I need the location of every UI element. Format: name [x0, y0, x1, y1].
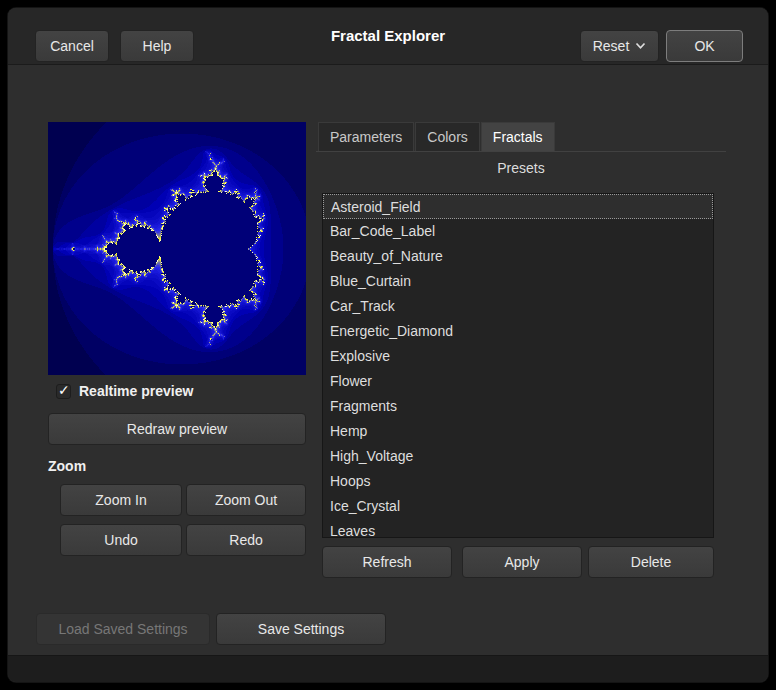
- zoom-out-button[interactable]: Zoom Out: [186, 484, 306, 516]
- preset-item[interactable]: Hemp: [323, 419, 713, 444]
- window-bottom-edge: [8, 655, 768, 682]
- zoom-in-button[interactable]: Zoom In: [60, 484, 182, 516]
- apply-button[interactable]: Apply: [462, 546, 582, 578]
- notebook-tabs: ParametersColorsFractals: [316, 122, 726, 152]
- preset-item[interactable]: Leaves: [323, 519, 713, 538]
- notebook-panel: ParametersColorsFractals Presets Asteroi…: [316, 122, 726, 582]
- realtime-preview-checkbox[interactable]: [56, 384, 71, 399]
- refresh-button[interactable]: Refresh: [322, 546, 452, 578]
- preview-section: Realtime preview Redraw preview Zoom Zoo…: [48, 122, 306, 375]
- preset-item[interactable]: Fragments: [323, 394, 713, 419]
- preset-item[interactable]: Bar_Code_Label: [323, 219, 713, 244]
- preset-item[interactable]: Car_Track: [323, 294, 713, 319]
- tab-fractals[interactable]: Fractals: [481, 122, 555, 151]
- cancel-button[interactable]: Cancel: [35, 30, 109, 62]
- realtime-preview-row: Realtime preview: [56, 383, 193, 399]
- preset-item[interactable]: Hoops: [323, 469, 713, 494]
- presets-list[interactable]: Asteroid_FieldBar_Code_LabelBeauty_of_Na…: [322, 193, 714, 538]
- redraw-preview-button[interactable]: Redraw preview: [48, 413, 306, 445]
- reset-label: Reset: [593, 38, 630, 54]
- delete-button[interactable]: Delete: [588, 546, 714, 578]
- reset-dropdown-button[interactable]: Reset: [580, 30, 659, 62]
- chevron-down-icon: [635, 42, 646, 50]
- realtime-preview-label: Realtime preview: [79, 383, 193, 399]
- titlebar: Cancel Help Fractal Explorer Reset OK: [8, 8, 768, 65]
- fractal-preview-canvas[interactable]: [48, 122, 306, 375]
- save-settings-button[interactable]: Save Settings: [216, 613, 386, 645]
- help-button[interactable]: Help: [120, 30, 194, 62]
- preset-item[interactable]: Flower: [323, 369, 713, 394]
- redo-button[interactable]: Redo: [186, 524, 306, 556]
- ok-button[interactable]: OK: [666, 30, 743, 62]
- preset-item[interactable]: Beauty_of_Nature: [323, 244, 713, 269]
- tab-colors[interactable]: Colors: [415, 122, 479, 151]
- preset-item[interactable]: Blue_Curtain: [323, 269, 713, 294]
- preset-item[interactable]: Asteroid_Field: [323, 194, 713, 219]
- fractal-explorer-dialog: Cancel Help Fractal Explorer Reset OK Re…: [8, 8, 768, 682]
- preset-item[interactable]: Explosive: [323, 344, 713, 369]
- preset-item[interactable]: Ice_Crystal: [323, 494, 713, 519]
- load-saved-settings-button[interactable]: Load Saved Settings: [36, 613, 210, 645]
- preset-item[interactable]: Energetic_Diamond: [323, 319, 713, 344]
- preset-item[interactable]: High_Voltage: [323, 444, 713, 469]
- zoom-section-label: Zoom: [48, 458, 86, 474]
- tab-parameters[interactable]: Parameters: [318, 122, 414, 151]
- presets-frame-label: Presets: [316, 160, 726, 176]
- window-title: Fractal Explorer: [331, 8, 445, 64]
- undo-button[interactable]: Undo: [60, 524, 182, 556]
